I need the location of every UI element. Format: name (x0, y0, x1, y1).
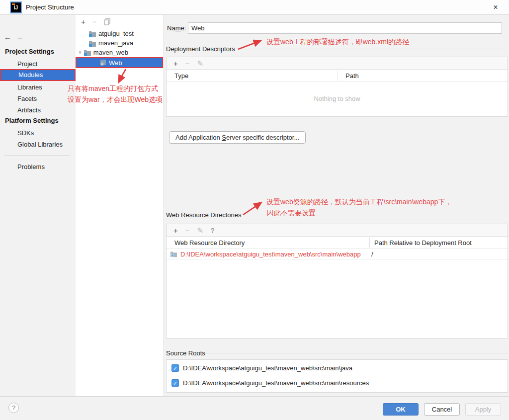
apply-button: Apply (465, 403, 501, 416)
tree-item-label: atguigu_test (98, 30, 134, 37)
add-app-server-descriptor-button[interactable]: Add Application Server specific descript… (169, 131, 306, 144)
close-icon[interactable]: × (490, 2, 501, 13)
annotation-tree-note-line1: 只有将maven工程的打包方式 (68, 84, 158, 93)
annotation-tree-note-line2: 设置为war，才会出现Web选项 (68, 95, 163, 104)
copy-icon[interactable] (104, 18, 111, 25)
web-resources-table-header: Web Resource Directory Path Relative to … (167, 237, 508, 249)
checkbox-checked-icon[interactable]: ✓ (171, 364, 179, 372)
settings-sidebar: ← → Project Settings Project Modules Lib… (0, 15, 76, 396)
sidebar-item-libraries[interactable]: Libraries (0, 82, 76, 92)
column-divider[interactable] (369, 238, 370, 248)
edit-descriptor-icon[interactable]: ✎ (197, 60, 204, 67)
web-resource-directories-label: Web Resource Directories (166, 211, 241, 219)
sidebar-item-problems[interactable]: Problems (0, 162, 76, 172)
web-resource-row[interactable]: D:\IDEA\workspace\atguigu_test\maven_web… (167, 249, 508, 260)
module-tree-panel: + − atguigu_test maven_java ˅ (76, 15, 164, 396)
sidebar-divider (4, 155, 70, 156)
annotation-resources-note-line1: 设置web资源的路径，默认为当前工程\src\main\webapp下， (266, 198, 452, 207)
forward-icon: → (16, 33, 23, 41)
cancel-button[interactable]: Cancel (424, 403, 460, 416)
section-header-platform-settings: Platform Settings (5, 117, 59, 124)
section-header-project-settings: Project Settings (5, 48, 54, 55)
remove-resource-icon[interactable]: − (185, 227, 190, 234)
help-icon[interactable]: ? (211, 227, 214, 234)
ok-button[interactable]: OK (383, 403, 419, 416)
name-label: Name: (167, 24, 186, 32)
sidebar-item-global-libraries[interactable]: Global Libraries (0, 139, 76, 150)
tree-item-maven-java[interactable]: maven_java (88, 38, 133, 48)
web-facet-icon (99, 59, 107, 66)
source-roots-label: Source Roots (166, 349, 205, 357)
resource-folder-icon (170, 251, 177, 257)
remove-descriptor-icon[interactable]: − (185, 60, 190, 67)
tree-item-web-facet[interactable]: Web (76, 57, 163, 68)
checkbox-checked-icon[interactable]: ✓ (171, 379, 179, 387)
sidebar-item-artifacts[interactable]: Artifacts (0, 105, 76, 115)
relative-path-value: / (371, 251, 373, 258)
sidebar-item-sdks[interactable]: SDKs (0, 128, 76, 138)
annotation-resources-note-line2: 因此不需要设置 (267, 209, 316, 218)
tree-toolbar: + − (76, 15, 164, 28)
help-button-icon[interactable]: ? (8, 403, 19, 413)
deployment-table-body: Nothing to show (167, 82, 508, 116)
source-root-row: ✓ D:\IDEA\workspace\atguigu_test\maven_w… (167, 376, 508, 390)
source-root-row: ✓ D:\IDEA\workspace\atguigu_test\maven_w… (167, 361, 508, 375)
deployment-toolbar: + − ✎ (167, 57, 508, 70)
remove-module-icon[interactable]: − (92, 18, 97, 25)
module-folder-icon (84, 49, 91, 56)
web-resources-table: + − ✎ ? Web Resource Directory Path Rela… (166, 224, 508, 338)
window-title: Project Structure (26, 3, 74, 11)
source-root-path: D:\IDEA\workspace\atguigu_test\maven_web… (183, 379, 369, 387)
dialog-footer: ? OK Cancel Apply (0, 396, 509, 420)
title-bar: IJ Project Structure × (0, 0, 509, 15)
add-resource-icon[interactable]: + (173, 227, 178, 234)
empty-table-text: Nothing to show (167, 95, 508, 102)
tree-item-atguigu-test[interactable]: atguigu_test (88, 29, 134, 38)
tree-item-label: Web (109, 59, 122, 67)
back-icon[interactable]: ← (4, 33, 11, 41)
sidebar-item-facets[interactable]: Facets (0, 93, 76, 104)
tree-item-maven-web[interactable]: ˅ maven_web (79, 48, 128, 57)
source-roots-box: ✓ D:\IDEA\workspace\atguigu_test\maven_w… (166, 359, 508, 393)
web-resources-toolbar: + − ✎ ? (167, 224, 508, 237)
source-root-path: D:\IDEA\workspace\atguigu_test\maven_web… (183, 364, 352, 372)
module-folder-icon (88, 40, 96, 47)
intellij-logo-icon: IJ (11, 2, 21, 12)
column-header-path-relative[interactable]: Path Relative to Deployment Root (369, 239, 472, 247)
column-header-type[interactable]: Type (167, 72, 338, 80)
module-folder-icon (88, 30, 96, 37)
section-rule (238, 49, 508, 49)
deployment-descriptors-table: + − ✎ Type Path Nothing to show (166, 57, 508, 117)
edit-resource-icon[interactable]: ✎ (197, 227, 204, 234)
project-structure-dialog: IJ Project Structure × ← → Project Setti… (0, 0, 509, 420)
sidebar-item-project[interactable]: Project (0, 59, 76, 69)
deployment-descriptors-label: Deployment Descriptors (166, 45, 235, 53)
add-module-icon[interactable]: + (81, 18, 85, 25)
add-descriptor-icon[interactable]: + (173, 60, 178, 67)
chevron-down-icon[interactable]: ˅ (79, 50, 82, 55)
tree-item-label: maven_java (98, 39, 133, 47)
column-divider[interactable] (338, 71, 338, 81)
web-resource-directory-value: D:\IDEA\workspace\atguigu_test\maven_web… (180, 251, 361, 258)
module-name-input[interactable] (188, 22, 502, 34)
tree-item-label: maven_web (93, 49, 128, 56)
sidebar-item-modules[interactable]: Modules (0, 69, 76, 81)
section-rule (205, 353, 508, 353)
column-header-path[interactable]: Path (338, 72, 359, 80)
annotation-deployment-note: 设置web工程的部署描述符，即web.xml的路径 (266, 38, 409, 47)
column-header-web-resource-directory[interactable]: Web Resource Directory (167, 239, 369, 247)
deployment-table-header: Type Path (167, 70, 508, 82)
